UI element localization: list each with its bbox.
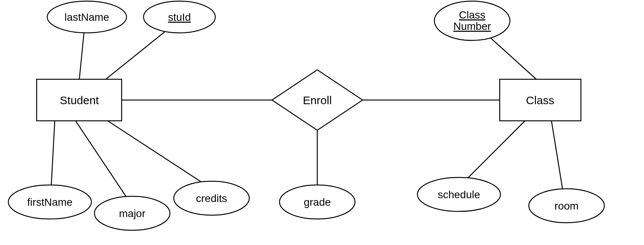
edge-student-stuid [106, 25, 174, 79]
attr-major-label: major [119, 208, 145, 219]
attr-classnumber-label1: Class [459, 9, 485, 21]
entity-student-label: Student [60, 94, 99, 106]
edge-class-schedule [463, 121, 525, 183]
attr-firstname-label: firstName [27, 196, 73, 208]
attr-room-label: room [554, 200, 579, 212]
attr-stuid-label: stuId [168, 11, 191, 23]
edge-student-major [76, 121, 128, 200]
attr-credits-label: credits [196, 193, 227, 204]
edge-class-room [551, 121, 563, 191]
er-diagram: Student Class Enroll lastName stuId firs… [0, 0, 644, 245]
edge-student-credits [108, 121, 206, 185]
attr-schedule-label: schedule [438, 189, 480, 200]
attr-grade-label: grade [304, 196, 331, 208]
attr-lastname-label: lastName [65, 11, 109, 23]
attr-classnumber-label2: Number [453, 20, 491, 32]
edge-student-firstname [51, 121, 55, 191]
relationship-enroll-label: Enroll [303, 94, 332, 106]
entity-class-label: Class [526, 94, 554, 106]
